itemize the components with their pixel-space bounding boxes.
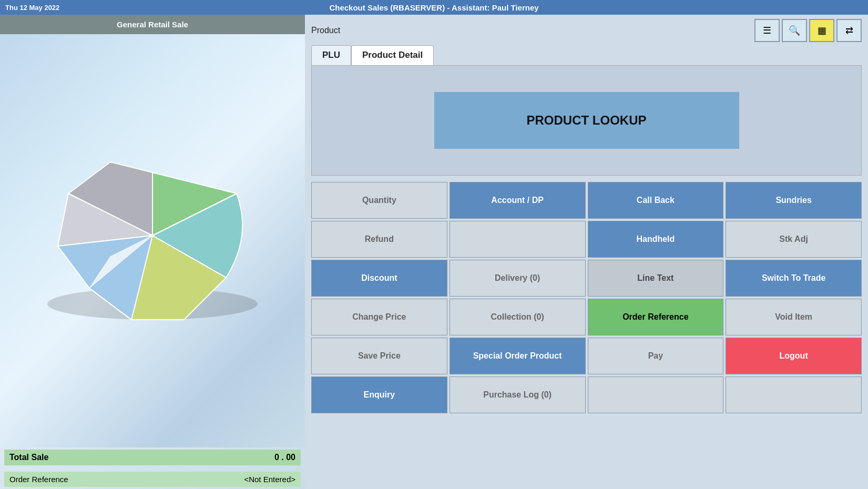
call-back-button[interactable]: Call Back: [588, 182, 724, 219]
pay-button[interactable]: Pay: [588, 338, 724, 374]
account-dp-button[interactable]: Account / DP: [450, 182, 586, 219]
empty-btn-6-3: [588, 376, 724, 413]
void-item-button[interactable]: Void Item: [726, 299, 862, 335]
purchase-log-button[interactable]: Purchase Log (0): [450, 376, 586, 413]
totals-area: Total Sale 0 . 00 Order Reference <Not E…: [0, 447, 305, 489]
total-sale-value: 0 . 00: [274, 453, 295, 462]
order-reference-button[interactable]: Order Reference: [588, 299, 724, 335]
left-header: General Retail Sale: [0, 15, 305, 34]
logout-button[interactable]: Logout: [726, 338, 862, 374]
total-sale-label: Total Sale: [9, 453, 48, 462]
order-ref-label: Order Reference: [9, 475, 68, 484]
top-bar: Thu 12 May 2022 Checkout Sales (RBASERVE…: [0, 0, 868, 15]
title-display: Checkout Sales (RBASERVER) - Assistant: …: [329, 3, 538, 12]
refund-button[interactable]: Refund: [311, 221, 447, 258]
order-ref-value: <Not Entered>: [244, 475, 295, 484]
discount-button[interactable]: Discount: [311, 260, 447, 297]
right-panel: Product ☰ 🔍 ▦ ⇄ PLU Product Detail PRODU…: [305, 15, 868, 489]
main-layout: General Retail Sale: [0, 15, 868, 489]
delivery-button[interactable]: Delivery (0): [450, 260, 586, 297]
order-ref-row: Order Reference <Not Entered>: [4, 472, 301, 487]
handheld-button[interactable]: Handheld: [588, 221, 724, 258]
pie-chart: [26, 125, 279, 356]
special-order-product-button[interactable]: Special Order Product: [450, 338, 586, 374]
tab-plu[interactable]: PLU: [311, 45, 351, 65]
left-panel: General Retail Sale: [0, 15, 305, 489]
empty-btn-2-2: [450, 221, 586, 258]
total-sale-row: Total Sale 0 . 00: [4, 450, 301, 465]
product-content-area: PRODUCT LOOKUP: [311, 65, 862, 176]
tab-product-detail[interactable]: Product Detail: [351, 45, 434, 65]
product-top-row: Product ☰ 🔍 ▦ ⇄: [307, 17, 866, 44]
quantity-button[interactable]: Quantity: [311, 182, 447, 219]
change-price-button[interactable]: Change Price: [311, 299, 447, 335]
action-button-grid: Quantity Account / DP Call Back Sundries…: [307, 178, 866, 417]
tabs-area: PLU Product Detail: [307, 45, 866, 65]
date-display: Thu 12 May 2022: [5, 4, 59, 12]
collection-button[interactable]: Collection (0): [450, 299, 586, 335]
list-view-button[interactable]: ☰: [754, 19, 780, 42]
switch-to-trade-button[interactable]: Switch To Trade: [726, 260, 862, 297]
stk-adj-button[interactable]: Stk Adj: [726, 221, 862, 258]
line-text-button[interactable]: Line Text: [588, 260, 724, 297]
product-toolbar: ☰ 🔍 ▦ ⇄: [754, 19, 862, 42]
enquiry-button[interactable]: Enquiry: [311, 376, 447, 413]
save-price-button[interactable]: Save Price: [311, 338, 447, 374]
search-button[interactable]: 🔍: [782, 19, 807, 42]
sundries-button[interactable]: Sundries: [726, 182, 862, 219]
product-label: Product: [311, 26, 750, 35]
transfer-button[interactable]: ▦: [809, 19, 834, 42]
transfer2-button[interactable]: ⇄: [836, 19, 862, 42]
pie-chart-area: [0, 34, 305, 447]
empty-btn-6-4: [726, 376, 862, 413]
product-lookup-button[interactable]: PRODUCT LOOKUP: [434, 92, 739, 149]
